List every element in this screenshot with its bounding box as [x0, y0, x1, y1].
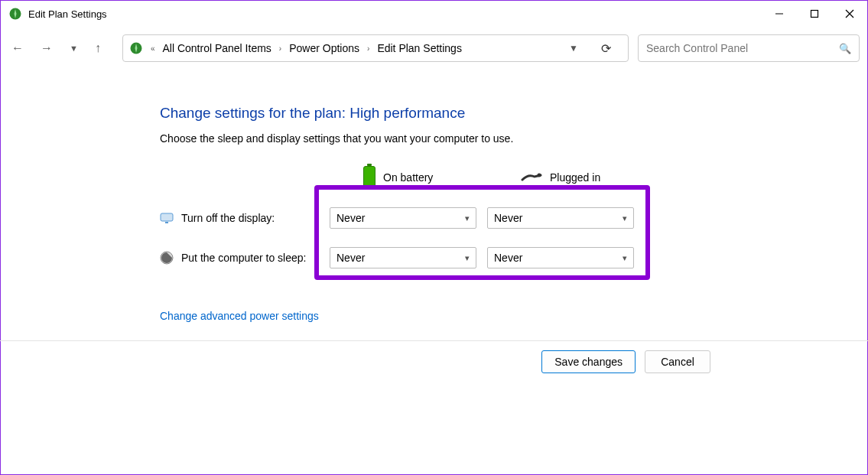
plug-icon [521, 172, 542, 183]
page-heading: Change settings for the plan: High perfo… [160, 105, 867, 122]
search-bar[interactable]: 🔍 [638, 34, 860, 62]
sleep-icon [160, 251, 174, 265]
maximize-button[interactable] [797, 1, 832, 27]
back-icon[interactable]: ← [11, 41, 24, 55]
recent-dropdown-icon[interactable]: ▼ [70, 44, 78, 53]
svg-rect-7 [161, 213, 173, 221]
select-sleep-battery[interactable]: Never ▾ [330, 247, 476, 268]
select-sleep-battery-value: Never [336, 252, 365, 264]
plugged-header-label: Plugged in [550, 171, 600, 184]
select-sleep-plugged-value: Never [494, 252, 522, 264]
svg-rect-8 [165, 222, 168, 223]
advanced-settings-link[interactable]: Change advanced power settings [160, 310, 867, 322]
battery-header-label: On battery [383, 171, 433, 184]
chevron-down-icon: ▾ [623, 213, 627, 223]
breadcrumb-app-icon [129, 41, 143, 55]
breadcrumb-dropdown-icon[interactable]: ▼ [569, 43, 578, 54]
window-title: Edit Plan Settings [28, 8, 762, 20]
page-subtext: Choose the sleep and display settings th… [160, 132, 867, 145]
column-header-battery: On battery [330, 160, 487, 198]
row-display-label: Turn off the display: [160, 202, 330, 234]
app-icon [8, 7, 22, 21]
breadcrumb-item-2[interactable]: Edit Plan Settings [377, 42, 462, 54]
minimize-button[interactable] [762, 1, 797, 27]
search-icon[interactable]: 🔍 [839, 43, 851, 54]
svg-point-6 [538, 174, 541, 177]
chevron-right-icon: › [279, 44, 281, 53]
refresh-icon[interactable]: ⟳ [601, 41, 611, 56]
select-display-battery[interactable]: Never ▾ [330, 207, 476, 229]
breadcrumb-bar[interactable]: « All Control Panel Items › Power Option… [122, 34, 629, 62]
breadcrumb-prefix-icon[interactable]: « [151, 44, 155, 53]
save-button[interactable]: Save changes [541, 350, 636, 373]
cancel-button[interactable]: Cancel [645, 350, 710, 373]
select-sleep-plugged[interactable]: Never ▾ [487, 247, 634, 268]
chevron-down-icon: ▾ [465, 253, 470, 263]
chevron-right-icon: › [367, 44, 369, 53]
close-button[interactable] [832, 1, 867, 27]
nav-row: ← → ▼ ↑ « All Control Panel Items › Powe… [1, 27, 867, 70]
breadcrumb-item-0[interactable]: All Control Panel Items [162, 42, 271, 54]
title-bar: Edit Plan Settings [1, 1, 867, 27]
svg-rect-2 [811, 11, 818, 18]
chevron-down-icon: ▾ [623, 253, 627, 263]
footer-bar: Save changes Cancel [0, 340, 868, 382]
breadcrumb-item-1[interactable]: Power Options [289, 42, 359, 54]
settings-grid: On battery Plugged in Turn off the displ… [160, 160, 867, 278]
content-area: Change settings for the plan: High perfo… [1, 70, 867, 322]
chevron-down-icon: ▾ [465, 213, 470, 223]
row-sleep-text: Put the computer to sleep: [181, 252, 306, 264]
battery-icon [363, 166, 375, 189]
nav-arrows: ← → ▼ ↑ [11, 41, 101, 55]
forward-icon[interactable]: → [41, 41, 53, 55]
window-buttons [762, 1, 867, 27]
search-input[interactable] [646, 42, 839, 54]
select-display-battery-value: Never [336, 212, 365, 224]
row-display-text: Turn off the display: [181, 212, 275, 224]
column-header-plugged: Plugged in [487, 165, 645, 193]
display-icon [160, 211, 174, 225]
row-sleep-label: Put the computer to sleep: [160, 242, 330, 274]
up-icon[interactable]: ↑ [95, 41, 101, 55]
select-display-plugged-value: Never [494, 212, 522, 224]
select-display-plugged[interactable]: Never ▾ [487, 207, 634, 229]
